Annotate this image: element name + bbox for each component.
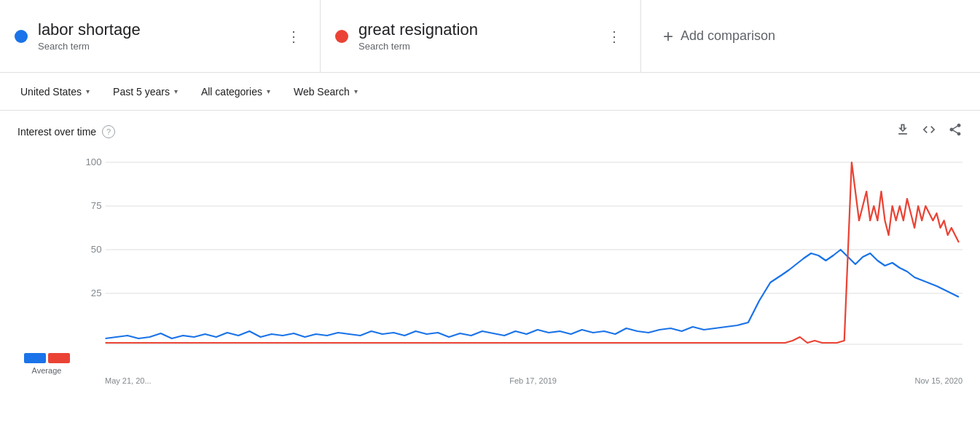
chart-area: 100 75 50 25 May 21, 20... Feb 17, 2019 … [76, 148, 963, 395]
blue-line [106, 250, 959, 338]
type-filter[interactable]: Web Search ▾ [288, 82, 364, 102]
search-terms-bar: labor shortage Search term ⋮ great resig… [0, 0, 980, 73]
category-filter-label: All categories [201, 86, 262, 98]
share-icon[interactable] [948, 122, 963, 140]
region-chevron-icon: ▾ [86, 87, 90, 95]
search-term-2-text: great resignation Search term [358, 20, 478, 52]
search-term-1-dot [15, 30, 28, 43]
search-term-1-title: labor shortage [38, 20, 141, 39]
svg-text:100: 100 [86, 156, 102, 167]
chart-title: Interest over time [17, 126, 96, 138]
region-filter[interactable]: United States ▾ [15, 82, 95, 102]
download-icon[interactable] [895, 122, 910, 140]
time-chevron-icon: ▾ [174, 87, 178, 95]
search-term-1: labor shortage Search term ⋮ [0, 0, 321, 72]
add-comparison-button[interactable]: + Add comparison [641, 0, 980, 72]
search-term-2-menu[interactable]: ⋮ [603, 25, 626, 48]
chart-title-group: Interest over time ? [17, 125, 115, 138]
add-comparison-label: Add comparison [681, 28, 775, 44]
legend-area: Average [17, 148, 76, 395]
help-icon[interactable]: ? [102, 125, 115, 138]
region-filter-label: United States [20, 86, 82, 98]
legend-label: Average [32, 366, 62, 375]
chart-header: Interest over time ? [17, 122, 963, 140]
x-axis-labels: May 21, 20... Feb 17, 2019 Nov 15, 2020 [76, 373, 963, 385]
svg-text:25: 25 [91, 288, 102, 298]
legend-swatches [24, 353, 70, 363]
chart-actions [895, 122, 963, 140]
chart-section: Interest over time ? Average [0, 111, 980, 401]
search-term-1-menu[interactable]: ⋮ [282, 25, 305, 48]
filter-bar: United States ▾ Past 5 years ▾ All categ… [0, 73, 980, 111]
embed-code-icon[interactable] [922, 122, 936, 140]
type-filter-label: Web Search [294, 86, 350, 98]
x-label-2: Feb 17, 2019 [509, 376, 557, 385]
legend-swatch-red [48, 353, 70, 363]
time-filter-label: Past 5 years [113, 86, 170, 98]
search-term-2-subtitle: Search term [358, 41, 478, 52]
search-term-2-title: great resignation [358, 20, 478, 39]
plus-icon: + [663, 26, 673, 47]
svg-text:75: 75 [91, 200, 102, 211]
legend-swatch-blue [24, 353, 46, 363]
x-label-1: May 21, 20... [105, 376, 152, 385]
search-term-1-subtitle: Search term [38, 41, 141, 52]
category-filter[interactable]: All categories ▾ [195, 82, 276, 102]
category-chevron-icon: ▾ [267, 87, 270, 95]
svg-text:50: 50 [91, 244, 102, 255]
time-filter[interactable]: Past 5 years ▾ [107, 82, 184, 102]
type-chevron-icon: ▾ [354, 87, 358, 95]
chart-container: Average 100 75 50 25 [17, 148, 963, 395]
chart-svg: 100 75 50 25 [76, 148, 963, 373]
search-term-1-text: labor shortage Search term [38, 20, 141, 52]
search-term-2-dot [335, 30, 348, 43]
x-label-3: Nov 15, 2020 [915, 376, 963, 385]
red-line [106, 162, 959, 343]
search-term-2: great resignation Search term ⋮ [321, 0, 641, 72]
